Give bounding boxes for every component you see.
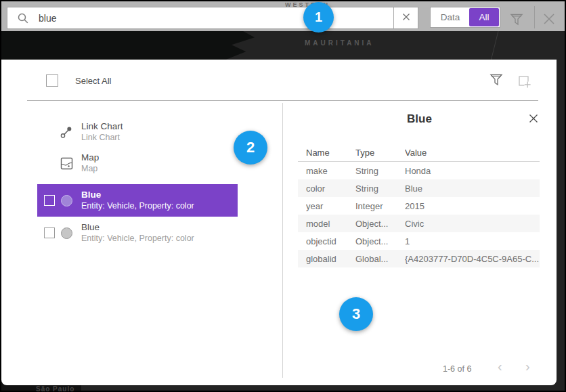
callout-badge-3: 3 xyxy=(339,297,373,331)
result-item-link-chart[interactable]: Link Chart Link Chart xyxy=(37,116,238,148)
result-item-map[interactable]: Map Map xyxy=(37,148,238,179)
result-checkbox[interactable] xyxy=(44,227,55,238)
scope-data-button[interactable]: Data xyxy=(431,8,469,26)
entity-circle-icon xyxy=(60,226,73,240)
toolbar-divider xyxy=(534,6,535,28)
table-row: globalidGlobal...{A4203777-D70D-4C5C-9A6… xyxy=(298,250,540,267)
search-toolbar: WESTERN Data All xyxy=(1,1,565,31)
table-row: makeStringHonda xyxy=(298,162,540,179)
result-title: Blue xyxy=(81,189,194,200)
result-item-blue[interactable]: Blue Entity: Vehicle, Property: color xyxy=(37,217,238,249)
filter-icon[interactable] xyxy=(510,13,523,26)
panel-divider xyxy=(27,100,538,101)
callout-badge-2: 2 xyxy=(234,131,267,165)
add-to-selection-icon[interactable] xyxy=(518,74,532,89)
table-row: objectidObject...1 xyxy=(298,232,540,250)
pagination-label: 1-6 of 6 xyxy=(443,364,471,374)
table-row: modelObject...Civic xyxy=(298,215,540,232)
scope-toggle: Data All xyxy=(430,7,500,28)
result-subtitle: Link Chart xyxy=(81,132,123,144)
entity-circle-icon xyxy=(60,194,73,207)
map-border-line xyxy=(490,30,499,62)
close-detail-icon[interactable] xyxy=(528,113,539,124)
attribute-table: Name Type Value makeStringHonda colorStr… xyxy=(298,144,540,267)
result-item-blue-selected[interactable]: Blue Entity: Vehicle, Property: color xyxy=(37,184,238,217)
search-icon xyxy=(17,12,29,24)
table-header: Name Type Value xyxy=(298,144,540,162)
chevron-right-icon[interactable]: › xyxy=(521,358,534,375)
search-box xyxy=(7,7,418,29)
link-chart-icon xyxy=(60,125,73,139)
select-all-checkbox[interactable] xyxy=(46,74,58,87)
table-row: yearInteger2015 xyxy=(298,197,540,215)
map-label-sao-paulo: São Paulo xyxy=(36,385,74,392)
result-subtitle: Map xyxy=(81,163,99,175)
result-title: Blue xyxy=(81,221,194,233)
clear-search-button[interactable] xyxy=(393,7,418,28)
app-window: MAURITANIA São Paulo WESTERN Data All xyxy=(0,0,566,392)
chevron-left-icon[interactable]: ‹ xyxy=(494,358,506,375)
search-results-panel: Select All Link Chart Link Chart xyxy=(1,60,557,385)
detail-divider xyxy=(282,103,283,378)
callout-badge-1: 1 xyxy=(303,2,334,32)
clear-icon xyxy=(401,12,411,24)
table-row: colorStringBlue xyxy=(298,179,540,197)
map-label-mauritania: MAURITANIA xyxy=(305,39,374,47)
detail-title: Blue xyxy=(282,112,557,126)
result-title: Map xyxy=(81,152,99,163)
map-landmass xyxy=(1,31,289,60)
close-search-icon[interactable] xyxy=(539,9,559,29)
result-checkbox[interactable] xyxy=(44,195,55,206)
result-subtitle: Entity: Vehicle, Property: color xyxy=(81,200,194,212)
select-all-label: Select All xyxy=(75,76,111,86)
scope-all-button[interactable]: All xyxy=(469,8,499,26)
search-input[interactable] xyxy=(29,13,393,24)
map-icon xyxy=(60,156,73,170)
result-title: Link Chart xyxy=(81,121,123,132)
result-subtitle: Entity: Vehicle, Property: color xyxy=(81,233,194,244)
results-filter-icon[interactable] xyxy=(489,73,503,87)
